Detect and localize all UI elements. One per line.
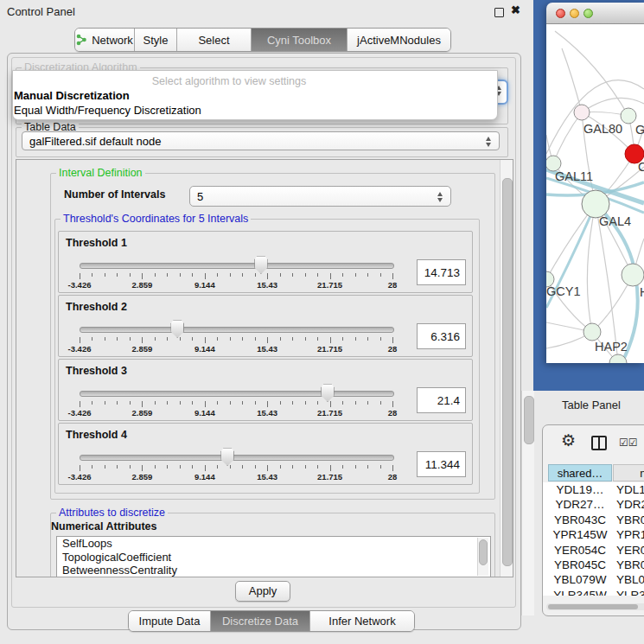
tick-label: 21.715: [311, 280, 349, 290]
algorithm-option-equal-width[interactable]: Equal Width/Frequency Discretization: [14, 104, 201, 117]
network-graph: GAL80GACGAL11GAL4GCY1HHAP2: [546, 24, 644, 363]
cell-name[interactable]: YER0: [616, 543, 644, 558]
tab-infer-network[interactable]: Infer Network: [309, 611, 414, 631]
threshold-slider-thumb[interactable]: [220, 448, 234, 466]
tab-cyni-toolbox[interactable]: Cyni Toolbox: [251, 29, 347, 51]
network-node[interactable]: [583, 323, 601, 341]
cell-name[interactable]: YDL1: [616, 482, 644, 497]
network-canvas[interactable]: GAL80GACGAL11GAL4GCY1HHAP2: [546, 24, 644, 363]
network-node[interactable]: [621, 108, 636, 124]
threshold-value-field[interactable]: 14.713: [417, 259, 466, 285]
network-node[interactable]: [622, 264, 644, 286]
cell-shared-name[interactable]: YBL079W: [548, 572, 612, 587]
attribute-list-item[interactable]: TopologicalCoefficient: [57, 551, 490, 564]
table-hscrollbar-thumb[interactable]: [548, 604, 638, 609]
column-layout-icon[interactable]: [591, 436, 607, 450]
apply-button[interactable]: Apply: [235, 581, 290, 602]
network-edge[interactable]: [562, 48, 582, 112]
settings-scrollbar-track[interactable]: [500, 160, 513, 577]
cell-name[interactable]: YBL0: [616, 572, 644, 587]
cell-shared-name[interactable]: YLR345W: [548, 588, 612, 596]
tab-style[interactable]: Style: [134, 29, 176, 51]
threshold-slider-thumb[interactable]: [321, 384, 335, 402]
threshold-value-field[interactable]: 21.4: [417, 387, 466, 413]
minor-tick: [342, 337, 343, 341]
network-edge[interactable]: [553, 112, 582, 163]
table-rows[interactable]: YDL19…YDL1YDR27…YDR2YBR043CYBR0YPR145WYP…: [543, 482, 644, 596]
algorithm-option-manual[interactable]: Manual Discretization: [14, 89, 130, 102]
attributes-scrollbar-track[interactable]: [477, 538, 488, 576]
tab-network[interactable]: Network: [75, 29, 134, 51]
num-intervals-combo[interactable]: 5: [189, 186, 451, 207]
major-tick: [392, 401, 393, 407]
table-row[interactable]: YLR345WYLR3: [543, 588, 644, 596]
network-window-titlebar[interactable]: [546, 3, 644, 24]
tab-label: Impute Data: [139, 615, 201, 628]
minor-tick: [130, 401, 131, 405]
network-edge[interactable]: [582, 98, 644, 112]
cell-name[interactable]: YDR2: [616, 497, 644, 512]
minor-tick: [292, 465, 293, 469]
toolbox-tab-bar: NetworkStyleSelectCyni ToolboxjActiveMNo…: [74, 28, 451, 52]
float-window-icon[interactable]: [494, 8, 504, 17]
cell-shared-name[interactable]: YER054C: [548, 543, 612, 558]
threshold-slider-track[interactable]: [80, 455, 394, 461]
threshold-slider-track[interactable]: [80, 391, 394, 397]
threshold-value-field[interactable]: 11.344: [417, 451, 466, 477]
minimize-window-icon[interactable]: [570, 9, 579, 18]
divider-scrollbar-track[interactable]: [521, 391, 535, 615]
attributes-scrollbar-thumb[interactable]: [479, 539, 488, 565]
table-header-shared-name[interactable]: shared…: [548, 464, 612, 481]
table-row[interactable]: YDL19…YDL1: [543, 482, 644, 497]
table-header-name[interactable]: name: [613, 464, 644, 481]
threshold-slider-thumb[interactable]: [170, 320, 184, 338]
threshold-slider-thumb[interactable]: [254, 256, 268, 274]
minor-tick: [280, 465, 281, 469]
gear-icon[interactable]: ⚙: [561, 430, 576, 450]
threshold-slider-track[interactable]: [80, 327, 394, 333]
cell-name[interactable]: YBR0: [616, 558, 644, 572]
tab-jactivemnodules[interactable]: jActiveMNodules: [347, 29, 450, 51]
minor-tick: [105, 337, 105, 341]
checkbox-filter-icons[interactable]: ☑☑: [619, 437, 638, 449]
cell-shared-name[interactable]: YDR27…: [548, 497, 612, 512]
attribute-list-item[interactable]: SelfLoops: [57, 537, 490, 551]
network-edge[interactable]: [555, 31, 628, 116]
attribute-list-item[interactable]: BetweennessCentrality: [57, 564, 490, 577]
threshold-value-field[interactable]: 6.316: [417, 323, 466, 349]
minor-tick: [217, 337, 218, 341]
close-window-icon[interactable]: [556, 9, 565, 18]
tick-label: 2.859: [123, 408, 161, 418]
divider-scrollbar-thumb[interactable]: [524, 396, 534, 444]
minor-tick: [130, 273, 131, 277]
table-row[interactable]: YBL079WYBL0: [543, 572, 644, 587]
minor-tick: [130, 337, 131, 341]
table-data-combo[interactable]: galFiltered.sif default node: [22, 131, 500, 150]
network-node[interactable]: [574, 105, 590, 120]
tab-discretize-data[interactable]: Discretize Data: [210, 611, 309, 631]
algorithm-prompt: Select algorithm to view settings: [13, 75, 445, 87]
close-panel-icon[interactable]: ✖: [511, 3, 520, 16]
cell-shared-name[interactable]: YPR145W: [548, 527, 612, 542]
tick-label: -3.426: [61, 472, 99, 481]
cell-name[interactable]: YLR3: [616, 588, 644, 596]
table-row[interactable]: YPR145WYPR1: [543, 527, 644, 542]
cell-name[interactable]: YBR0: [616, 513, 644, 527]
cell-shared-name[interactable]: YBR045C: [548, 558, 612, 572]
table-row[interactable]: YBR045CYBR0: [543, 558, 644, 572]
cell-shared-name[interactable]: YBR043C: [548, 513, 612, 527]
minor-tick: [230, 401, 231, 405]
tab-label: jActiveMNodules: [357, 34, 441, 47]
cell-name[interactable]: YPR1: [616, 527, 644, 542]
numerical-attributes-list[interactable]: SelfLoopsTopologicalCoefficientBetweenne…: [56, 536, 491, 577]
tab-impute-data[interactable]: Impute Data: [129, 611, 210, 631]
cell-shared-name[interactable]: YDL19…: [548, 482, 612, 497]
table-row[interactable]: YBR043CYBR0: [543, 513, 644, 527]
zoom-window-icon[interactable]: [583, 9, 593, 18]
table-hscrollbar-track[interactable]: [546, 603, 644, 610]
settings-scrollbar-thumb[interactable]: [502, 178, 513, 566]
tab-select[interactable]: Select: [176, 29, 251, 51]
threshold-slider-track[interactable]: [80, 263, 394, 269]
table-row[interactable]: YER054CYER0: [543, 543, 644, 558]
table-row[interactable]: YDR27…YDR2: [543, 497, 644, 512]
